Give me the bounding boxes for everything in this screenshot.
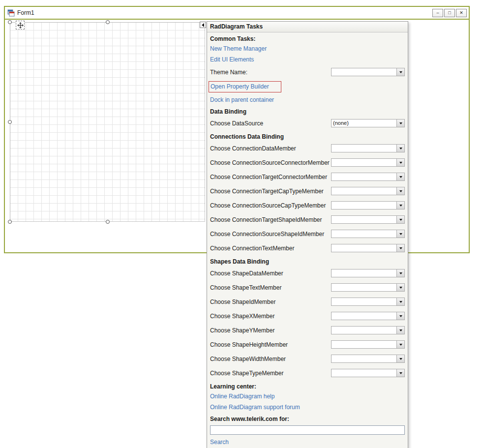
field-label: Choose ConnectionTextMember <box>210 245 294 252</box>
chevron-down-icon <box>399 122 402 124</box>
dropdown-button[interactable] <box>396 119 404 127</box>
dropdown-button[interactable] <box>396 355 404 362</box>
resize-handle-top-middle[interactable] <box>106 20 110 24</box>
theme-name-dropdown[interactable] <box>331 68 405 76</box>
link-row: Open Property Builder <box>207 79 408 94</box>
dropdown-button[interactable] <box>396 369 404 377</box>
edit-ui-elements-link[interactable]: Edit UI Elements <box>210 56 254 63</box>
chevron-down-icon <box>399 344 402 346</box>
resize-handle-bottom-left[interactable] <box>8 220 12 224</box>
resize-handle-bottom-middle[interactable] <box>106 220 110 224</box>
minimize-button[interactable]: – <box>432 9 443 17</box>
shape-width-member-dropdown[interactable] <box>331 355 405 363</box>
link-row: New Theme Manager <box>207 43 408 54</box>
connection-target-shapeid-member-dropdown[interactable] <box>331 215 405 224</box>
page: { "window": { "title": "Form1", "minimiz… <box>0 0 483 448</box>
dropdown-value <box>332 202 396 209</box>
field-label: Choose ConnectionTargetShapeIdMember <box>210 216 322 223</box>
combo-row: Choose ConnectionTargetConnectorMember <box>207 170 408 184</box>
field-label: Choose ConnectionTargetCapTypeMember <box>210 188 324 195</box>
connection-target-connector-member-dropdown[interactable] <box>331 173 405 181</box>
chevron-down-icon <box>399 247 402 249</box>
chevron-down-icon <box>399 329 402 331</box>
window-titlebar[interactable]: Form1 – □ ✕ <box>5 7 469 20</box>
search-link[interactable]: Search <box>210 439 229 446</box>
chevron-down-icon <box>399 358 402 360</box>
connection-text-member-dropdown[interactable] <box>331 244 405 252</box>
dropdown-button[interactable] <box>396 202 404 209</box>
dropdown-button[interactable] <box>396 298 404 305</box>
move-arrows-icon <box>17 22 24 29</box>
dropdown-button[interactable] <box>396 244 404 252</box>
dropdown-button[interactable] <box>396 284 404 291</box>
combo-row: Choose ConnectionDataMember <box>207 141 408 155</box>
shape-type-member-dropdown[interactable] <box>331 369 405 377</box>
connection-data-member-dropdown[interactable] <box>331 144 405 152</box>
dropdown-value <box>332 355 396 362</box>
dropdown-button[interactable] <box>396 341 404 348</box>
chevron-down-icon <box>399 301 402 303</box>
datasource-row: Choose DataSource (none) <box>207 116 408 130</box>
dropdown-button[interactable] <box>396 327 404 334</box>
chevron-down-icon <box>399 190 402 192</box>
dropdown-button[interactable] <box>396 269 404 277</box>
shape-x-member-dropdown[interactable] <box>331 312 405 320</box>
connection-source-connector-member-dropdown[interactable] <box>331 158 405 167</box>
dropdown-button[interactable] <box>396 145 404 152</box>
resize-handle-middle-left[interactable] <box>8 120 12 124</box>
theme-name-row: Theme Name: <box>207 65 408 79</box>
field-label: Choose ConnectionSourceShapeIdMember <box>210 231 324 238</box>
dock-in-parent-link[interactable]: Dock in parent container <box>210 96 274 103</box>
dropdown-value <box>332 244 396 252</box>
datasource-dropdown[interactable]: (none) <box>331 119 405 127</box>
raddiagram-control[interactable] <box>10 22 205 222</box>
close-button[interactable]: ✕ <box>456 9 467 17</box>
shape-id-member-dropdown[interactable] <box>331 298 405 306</box>
common-tasks-header: Common Tasks: <box>207 32 408 43</box>
chevron-down-icon <box>399 272 402 274</box>
move-handle[interactable] <box>16 21 25 30</box>
search-input[interactable] <box>210 425 405 435</box>
dropdown-button[interactable] <box>396 216 404 223</box>
maximize-button[interactable]: □ <box>444 9 455 17</box>
connection-source-shapeid-member-dropdown[interactable] <box>331 230 405 238</box>
online-forum-link[interactable]: Online RadDiagram support forum <box>210 404 300 411</box>
smart-tag-button[interactable] <box>200 22 206 28</box>
dropdown-button[interactable] <box>396 159 404 166</box>
chevron-down-icon <box>399 372 402 374</box>
link-row: Edit UI Elements <box>207 54 408 65</box>
shape-y-member-dropdown[interactable] <box>331 326 405 334</box>
dropdown-value <box>332 327 396 334</box>
shape-data-member-dropdown[interactable] <box>331 269 405 277</box>
combo-row: Choose ConnectionTargetShapeIdMember <box>207 212 408 227</box>
smart-tag-arrow-icon <box>202 23 204 27</box>
dropdown-button[interactable] <box>396 68 404 76</box>
chevron-down-icon <box>399 287 402 289</box>
shape-text-member-dropdown[interactable] <box>331 283 405 292</box>
combo-row: Choose ShapeDataMember <box>207 266 408 280</box>
shape-height-member-dropdown[interactable] <box>331 340 405 349</box>
dropdown-value <box>332 369 396 377</box>
dropdown-button[interactable] <box>396 187 404 195</box>
dropdown-button[interactable] <box>396 173 404 180</box>
connection-target-captype-member-dropdown[interactable] <box>331 187 405 195</box>
window-title: Form1 <box>17 9 34 16</box>
connection-source-captype-member-dropdown[interactable] <box>331 201 405 209</box>
new-theme-manager-link[interactable]: New Theme Manager <box>210 45 267 52</box>
online-help-link[interactable]: Online RadDiagram help <box>210 393 274 400</box>
combo-row: Choose ConnectionTextMember <box>207 241 408 255</box>
field-label: Choose ConnectionSourceConnectorMember <box>210 159 330 166</box>
chevron-down-icon <box>399 162 402 164</box>
resize-handle-top-left[interactable] <box>8 20 12 24</box>
dropdown-value <box>332 298 396 305</box>
dropdown-button[interactable] <box>396 312 404 320</box>
search-header: Search www.telerik.com for: <box>207 413 408 423</box>
chevron-down-icon <box>399 176 402 178</box>
field-label: Choose ShapeTypeMember <box>210 370 283 377</box>
dropdown-button[interactable] <box>396 230 404 238</box>
field-label: Choose ShapeYMember <box>210 327 274 334</box>
learning-center-header: Learning center: <box>207 380 408 391</box>
dropdown-value <box>332 284 396 291</box>
chevron-down-icon <box>399 205 402 207</box>
open-property-builder-link[interactable]: Open Property Builder <box>211 83 269 90</box>
